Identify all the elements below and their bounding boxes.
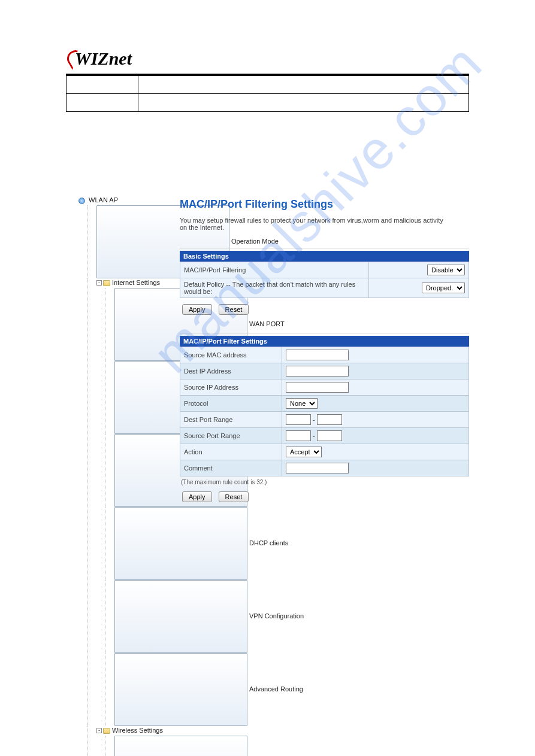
reset-button[interactable]: Reset — [219, 304, 249, 315]
dest-port-label: Dest Port Range — [180, 412, 282, 428]
intro-text: You may setup firewall rules to protect … — [180, 217, 443, 231]
divider — [180, 333, 469, 333]
dest-port-to-input[interactable] — [317, 414, 342, 425]
top-blank-table — [66, 75, 469, 112]
tree-operation-mode[interactable]: Operation Mode — [87, 205, 171, 278]
brand-logo: WIZnet — [67, 48, 469, 69]
protocol-label: Protocol — [180, 396, 282, 412]
comment-input[interactable] — [286, 463, 349, 473]
max-rule-note: (The maximum rule count is 32.) — [181, 479, 469, 485]
tree-wan-port[interactable]: WAN PORT — [105, 288, 171, 361]
tree-dhcp-clients[interactable]: DHCP clients — [105, 507, 171, 580]
globe-icon — [78, 198, 85, 204]
dest-ip-label: Dest IP Address — [180, 363, 282, 379]
source-port-to-input[interactable] — [317, 430, 342, 441]
folder-icon — [103, 280, 110, 286]
tree-wireless-settings[interactable]: -Wireless Settings Basic Advanced Securi… — [87, 726, 171, 756]
filter-settings-heading: MAC/IP/Port Filter Settings — [180, 336, 469, 347]
source-port-from-input[interactable] — [286, 430, 311, 441]
filter-settings-table: Source MAC address Dest IP Address Sourc… — [180, 347, 469, 476]
tree-item-label: Internet Settings — [112, 279, 160, 286]
dest-ip-input[interactable] — [286, 366, 349, 377]
tree-lan[interactable]: LAN — [105, 434, 171, 507]
default-policy-label: Default Policy -- The packet that don't … — [180, 278, 369, 298]
tree-item-label: Wireless Settings — [112, 727, 163, 734]
tree-item-label: DHCP clients — [249, 539, 288, 546]
folder-icon — [103, 728, 110, 734]
tree-root[interactable]: WLAN AP Operation Mode -Internet Setting… — [69, 196, 171, 756]
source-port-label: Source Port Range — [180, 428, 282, 444]
page-title: MAC/IP/Port Filtering Settings — [180, 198, 469, 211]
dest-port-from-input[interactable] — [286, 414, 311, 425]
page-icon — [114, 653, 247, 726]
page-icon — [114, 507, 247, 580]
source-mac-label: Source MAC address — [180, 347, 282, 363]
filtering-select[interactable]: Disable — [427, 265, 465, 275]
nav-tree: WLAN AP Operation Mode -Internet Setting… — [69, 196, 171, 756]
tree-adv-routing[interactable]: Advanced Routing — [105, 653, 171, 726]
filtering-label: MAC/IP/Port Filtering — [180, 262, 369, 278]
action-label: Action — [180, 444, 282, 460]
default-policy-select[interactable]: Dropped. — [422, 283, 465, 293]
collapse-icon[interactable]: - — [96, 728, 102, 733]
tree-item-label: VPN Configuration — [249, 612, 304, 620]
page-icon — [114, 580, 247, 653]
apply-button-2[interactable]: Apply — [182, 491, 212, 502]
reset-button-2[interactable]: Reset — [219, 491, 249, 502]
tree-root-label: WLAN AP — [89, 196, 118, 204]
tree-item-label: Advanced Routing — [249, 685, 303, 693]
source-ip-label: Source IP Address — [180, 379, 282, 396]
tree-basic[interactable]: Basic — [105, 736, 171, 756]
basic-settings-table: MAC/IP/Port Filtering Disable Default Po… — [180, 262, 469, 298]
divider — [180, 248, 469, 248]
source-ip-input[interactable] — [286, 382, 349, 393]
collapse-icon[interactable]: - — [96, 280, 102, 286]
protocol-select[interactable]: None — [286, 398, 318, 409]
source-mac-input[interactable] — [286, 350, 349, 360]
action-select[interactable]: Accept — [286, 447, 322, 457]
page-icon — [114, 736, 247, 756]
basic-settings-heading: Basic Settings — [180, 251, 469, 262]
comment-label: Comment — [180, 460, 282, 476]
apply-button[interactable]: Apply — [182, 304, 212, 315]
tree-wan[interactable]: WAN — [105, 361, 171, 434]
tree-internet-settings[interactable]: -Internet Settings WAN PORT WAN LAN DHCP… — [87, 278, 171, 726]
tree-vpn-config[interactable]: VPN Configuration — [105, 580, 171, 653]
